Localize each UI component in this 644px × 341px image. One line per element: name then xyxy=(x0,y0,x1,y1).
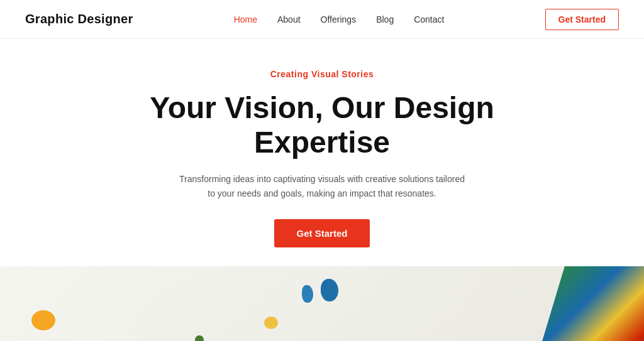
hero-section: Creating Visual Stories Your Vision, Our… xyxy=(0,39,644,266)
nav-item-offerings[interactable]: Offerings xyxy=(321,14,357,25)
hero-heading: Your Vision, Our Design Expertise xyxy=(150,90,494,160)
nav-cta-button[interactable]: Get Started xyxy=(545,9,619,30)
hero-heading-line2: Expertise xyxy=(254,126,390,159)
nav-link-contact[interactable]: Contact xyxy=(414,14,444,24)
hero-subtext: Transforming ideas into captivating visu… xyxy=(177,172,467,201)
nav-link-blog[interactable]: Blog xyxy=(376,14,394,24)
splash-green xyxy=(195,335,204,341)
nav-link-home[interactable]: Home xyxy=(234,14,257,24)
splash-blue-1 xyxy=(302,285,313,303)
splash-blue-2 xyxy=(321,279,338,301)
splash-right-panel xyxy=(531,266,644,341)
hero-cta-button[interactable]: Get Started xyxy=(274,219,370,247)
image-strip: Activate Windows Techieglide xyxy=(0,266,644,341)
nav-item-home[interactable]: Home xyxy=(234,14,257,25)
nav-item-blog[interactable]: Blog xyxy=(376,14,394,25)
navbar: Graphic Designer Home About Offerings Bl… xyxy=(0,0,644,39)
splash-orange xyxy=(31,310,55,330)
hero-tagline: Creating Visual Stories xyxy=(270,69,374,79)
nav-links: Home About Offerings Blog Contact xyxy=(234,14,445,25)
nav-link-about[interactable]: About xyxy=(277,14,301,24)
hero-heading-line1: Your Vision, Our Design xyxy=(150,91,494,124)
splash-yellow xyxy=(264,317,278,329)
site-logo: Graphic Designer xyxy=(25,12,133,26)
nav-item-contact[interactable]: Contact xyxy=(414,14,444,25)
nav-item-about[interactable]: About xyxy=(277,14,301,25)
nav-link-offerings[interactable]: Offerings xyxy=(321,14,357,24)
